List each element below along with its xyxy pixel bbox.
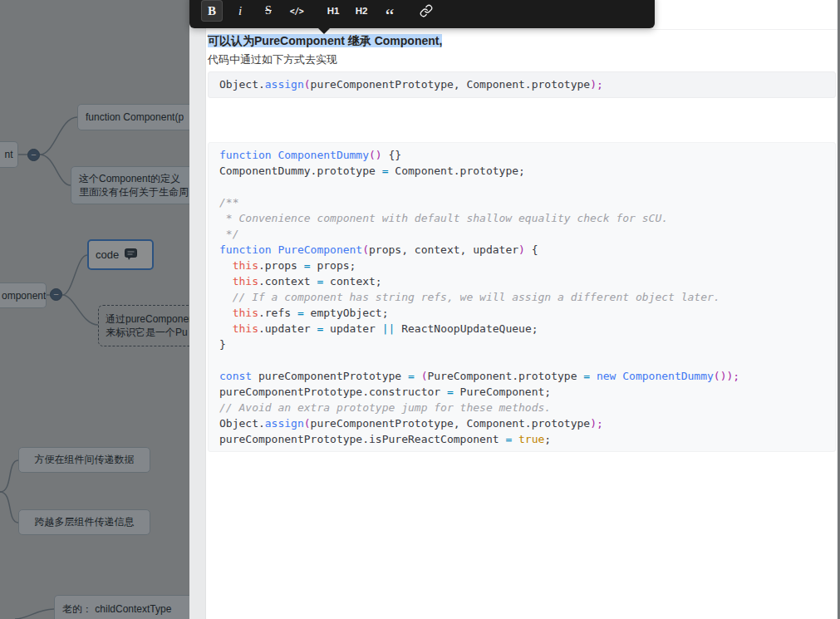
heading1-button[interactable]: H1 xyxy=(322,0,344,22)
strikethrough-button[interactable]: S xyxy=(258,0,279,22)
code-line: /** xyxy=(219,194,824,210)
code-block-2[interactable]: function ComponentDummy() {}ComponentDum… xyxy=(208,142,836,452)
code-line: this.refs = emptyObject; xyxy=(219,305,824,321)
format-toolbar: B i S </> H1 H2 “ xyxy=(189,0,655,28)
code-line: function ComponentDummy() {} xyxy=(219,147,824,163)
code-line: this.updater = updater || ReactNoopUpdat… xyxy=(219,321,824,337)
code-line xyxy=(219,352,824,368)
code-block-1[interactable]: Object.assign(pureComponentPrototype, Co… xyxy=(208,71,836,98)
code-line: this.props = props; xyxy=(219,258,824,273)
code-line xyxy=(219,179,824,194)
bold-button[interactable]: B xyxy=(201,0,223,22)
panel-resize-gutter[interactable] xyxy=(189,0,206,619)
note-paragraph-selected[interactable]: 可以认为PureComponent 继承 Component, xyxy=(208,33,836,48)
note-paragraph[interactable]: 代码中通过如下方式去实现 xyxy=(208,52,836,66)
app-window: nt − function Component(p 这个Component的定义… xyxy=(0,0,840,619)
link-icon xyxy=(420,4,433,17)
code-line: // Avoid an extra prototype jump for the… xyxy=(219,400,824,415)
code-line: */ xyxy=(219,226,824,242)
code-line: function PureComponent(props, context, u… xyxy=(219,242,824,258)
code-line: ComponentDummy.prototype = Component.pro… xyxy=(219,163,824,179)
code-line: this.context = context; xyxy=(219,273,824,289)
code-line: const pureComponentPrototype = (PureComp… xyxy=(219,368,824,384)
notes-panel: 可以认为PureComponent 继承 Component, 代码中通过如下方… xyxy=(206,0,838,619)
code-line: // If a component has string refs, we wi… xyxy=(219,289,824,305)
code-line: pureComponentPrototype.isPureReactCompon… xyxy=(219,431,824,447)
link-button[interactable] xyxy=(415,0,437,22)
note-editor: 可以认为PureComponent 继承 Component, 代码中通过如下方… xyxy=(208,33,836,452)
italic-button[interactable]: i xyxy=(229,0,251,22)
toolbar-caret xyxy=(318,28,330,34)
code-line: Object.assign(pureComponentPrototype, Co… xyxy=(219,77,824,92)
selected-text: 可以认为PureComponent 继承 Component, xyxy=(208,34,442,47)
heading2-button[interactable]: H2 xyxy=(351,0,372,22)
code-line: Object.assign(pureComponentPrototype, Co… xyxy=(219,415,824,431)
code-line: } xyxy=(219,337,824,352)
code-line: * Convenience component with default sha… xyxy=(219,210,824,226)
inline-code-button[interactable]: </> xyxy=(286,0,307,22)
panel-header-divider xyxy=(206,29,838,30)
quote-button[interactable]: “ xyxy=(379,0,400,22)
code-line: pureComponentPrototype.constructor = Pur… xyxy=(219,384,824,400)
